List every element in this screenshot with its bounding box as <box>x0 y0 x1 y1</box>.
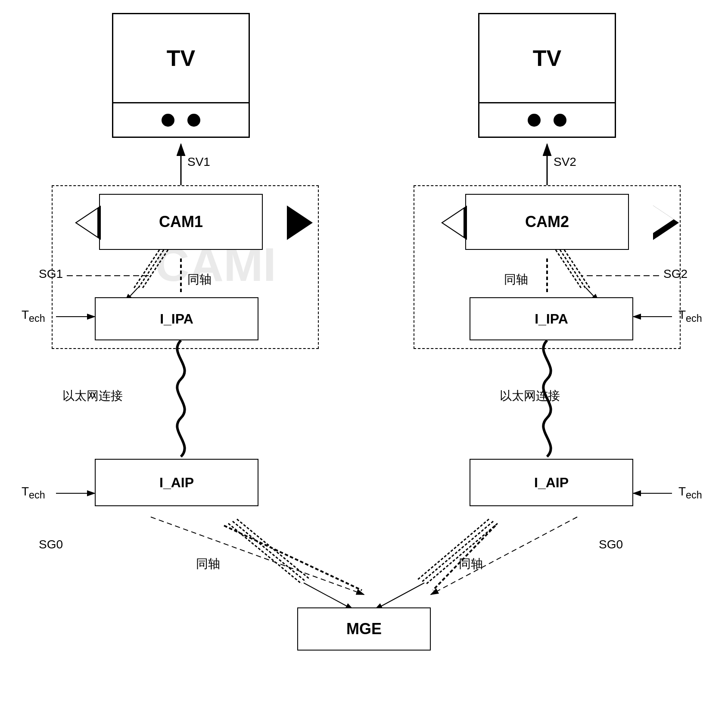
tech2-aip-sub: ech <box>686 489 702 501</box>
cam1-right-lens <box>287 205 313 240</box>
cam2-label: CAM2 <box>525 213 569 231</box>
eth2-label: 以太网连接 <box>500 388 560 404</box>
tv1-label: TV <box>113 14 249 102</box>
tech1-aip-label: Tech <box>22 485 45 501</box>
cam1-box: CAM1 <box>99 194 263 250</box>
coax3-label: 同轴 <box>196 556 220 572</box>
cam2-right-lens-inner <box>653 205 674 233</box>
tv1-bottom <box>113 102 249 137</box>
cam2-box: CAM2 <box>465 194 629 250</box>
svg-line-7 <box>224 526 362 590</box>
sg0-right-label: SG0 <box>599 538 623 551</box>
cam1-right-lens-inner <box>264 209 285 237</box>
sv1-label: SV1 <box>187 155 210 169</box>
tv2-bottom <box>479 102 615 137</box>
sv2-label: SV2 <box>554 155 576 169</box>
svg-line-25 <box>233 521 306 582</box>
diagram-container: CAMI <box>0 0 728 713</box>
tech1-ipa-sub: ech <box>29 313 45 324</box>
tv2-box: TV <box>478 13 616 138</box>
aip1-box: I_AIP <box>95 459 258 506</box>
tv2-dot1 <box>528 114 541 127</box>
cam2-left-lens-inner <box>443 209 464 237</box>
aip2-box: I_AIP <box>470 459 633 506</box>
tv1-dot1 <box>162 114 174 127</box>
svg-line-24 <box>228 523 302 584</box>
cam1-label: CAM1 <box>159 213 203 231</box>
tv1-dot2 <box>187 114 200 127</box>
coax2-label: 同轴 <box>504 271 528 288</box>
ipa2-box: I_IPA <box>470 297 633 340</box>
tech1-ipa-label: Tech <box>22 308 45 324</box>
svg-line-28 <box>422 521 493 582</box>
cam1-left-lens-inner <box>77 209 97 237</box>
eth1-label: 以太网连接 <box>62 388 123 404</box>
svg-line-27 <box>426 523 498 584</box>
tech1-aip-sub: ech <box>29 489 45 501</box>
svg-line-31 <box>375 583 424 610</box>
diagram-svg <box>0 0 728 713</box>
coax4-label: 同轴 <box>459 556 483 572</box>
tech2-ipa-sub: ech <box>686 313 702 324</box>
svg-line-8 <box>431 517 577 595</box>
tech2-ipa-label: Tech <box>678 308 702 324</box>
sg0-left-label: SG0 <box>39 538 63 551</box>
tv1-box: TV <box>112 13 250 138</box>
sg1-label: SG1 <box>39 267 63 281</box>
tv2-label: TV <box>479 14 615 102</box>
tech2-aip-label: Tech <box>678 485 702 501</box>
tv2-dot2 <box>554 114 566 127</box>
ipa1-box: I_IPA <box>95 297 258 340</box>
svg-line-6 <box>151 517 364 595</box>
svg-line-30 <box>304 583 353 610</box>
sg2-label: SG2 <box>663 267 688 281</box>
svg-line-26 <box>237 519 310 579</box>
coax1-label: 同轴 <box>187 271 212 288</box>
mge-box: MGE <box>297 607 431 651</box>
